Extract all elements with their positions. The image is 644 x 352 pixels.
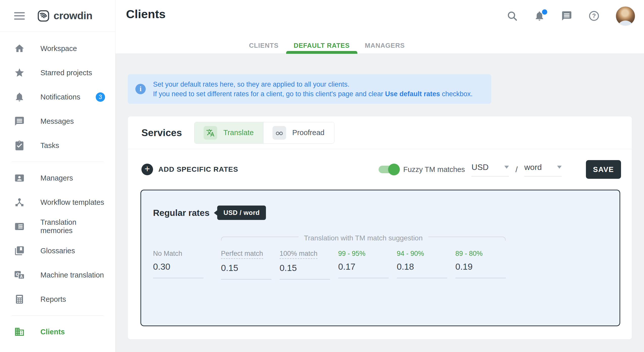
tab-clients[interactable]: CLIENTS — [241, 37, 286, 54]
translation-memory-icon — [14, 221, 25, 232]
unread-dot — [542, 9, 547, 15]
rate-input[interactable]: 0.17 — [338, 262, 389, 272]
rate-input[interactable]: 0.18 — [397, 262, 447, 272]
use-default-rates-emphasis: Use default rates — [385, 90, 440, 98]
service-option-proofread[interactable]: Proofread — [263, 122, 334, 143]
legend-bracket-left — [221, 237, 299, 241]
currency-unit-badge: USD / word — [217, 206, 266, 220]
legend-bracket-right — [428, 237, 506, 241]
sidebar-nav: Workspace Starred projects Notifications… — [0, 32, 115, 344]
notifications-count-badge: 3 — [96, 92, 105, 102]
unit-separator: / — [515, 165, 518, 174]
default-rates-card: Services Translate Proofread — [128, 116, 632, 339]
glossaries-icon — [14, 245, 25, 256]
messages-icon[interactable] — [561, 10, 573, 22]
fuzzy-tm-toggle-label: Fuzzy TM matches — [403, 165, 465, 174]
fuzzy-tm-toggle[interactable] — [379, 166, 399, 173]
brand-wordmark: crowdin — [54, 10, 92, 22]
info-banner: i Set your default rates here, so they a… — [128, 74, 491, 104]
sidebar: crowdin Workspace Starred projects Notif… — [0, 0, 115, 352]
regular-rates-header: Regular rates USD / word — [153, 206, 620, 220]
services-section: Services Translate Proofread — [128, 116, 632, 149]
rate-column-no-match: No Match 0.30 — [153, 250, 204, 280]
regular-rates-title: Regular rates — [153, 208, 210, 218]
reports-icon — [14, 294, 25, 305]
add-specific-rates-button[interactable]: ADD SPECIFIC RATES — [158, 165, 238, 173]
workflow-icon — [14, 197, 25, 208]
rate-column-94-90: 94 - 90% 0.18 — [397, 250, 447, 280]
sidebar-item-translation-memories[interactable]: Translation memories — [0, 214, 115, 239]
rates-toolbar: + ADD SPECIFIC RATES Fuzzy TM matches US… — [128, 149, 632, 190]
sidebar-item-messages[interactable]: Messages — [0, 109, 115, 133]
star-icon — [14, 67, 25, 78]
legend-label: Translation with TM match suggestion — [299, 234, 428, 242]
rate-column-perfect-match: Perfect match 0.15 — [221, 250, 271, 280]
sidebar-item-workspace[interactable]: Workspace — [0, 36, 115, 61]
hamburger-menu-icon[interactable] — [14, 12, 25, 20]
managers-icon — [14, 173, 25, 183]
sidebar-item-notifications[interactable]: Notifications 3 — [0, 85, 115, 109]
unit-value: word — [524, 163, 542, 172]
bell-icon — [14, 92, 25, 102]
main-content: i Set your default rates here, so they a… — [115, 54, 644, 352]
sidebar-divider — [12, 315, 104, 316]
tm-match-legend: Translation with TM match suggestion — [221, 235, 506, 243]
tasks-icon — [14, 140, 25, 151]
topbar-actions: ? — [506, 0, 635, 32]
svg-text:?: ? — [592, 12, 596, 19]
rate-column-100-match: 100% match 0.15 — [280, 250, 330, 280]
sidebar-item-reports[interactable]: Reports — [0, 287, 115, 311]
tab-managers[interactable]: MANAGERS — [357, 37, 412, 54]
rate-input[interactable]: 0.15 — [280, 263, 330, 273]
rate-input[interactable]: 0.15 — [221, 263, 271, 273]
svg-text:A: A — [20, 274, 23, 279]
notifications-bell-icon[interactable] — [534, 10, 545, 22]
sidebar-item-clients[interactable]: Clients — [0, 320, 115, 344]
crowdin-logo[interactable]: crowdin — [37, 9, 92, 22]
proofread-glasses-icon — [273, 126, 286, 140]
sidebar-item-glossaries[interactable]: Glossaries — [0, 239, 115, 263]
rate-input[interactable]: 0.19 — [455, 262, 506, 272]
user-avatar[interactable] — [615, 6, 635, 26]
unit-select[interactable]: word — [524, 163, 562, 177]
message-icon — [14, 116, 25, 127]
sidebar-item-managers[interactable]: Managers — [0, 166, 115, 190]
service-option-translate[interactable]: Translate — [194, 122, 263, 143]
tab-bar: CLIENTS DEFAULT RATES MANAGERS — [241, 37, 412, 54]
topbar: Clients ? CLIENTS DEFAULT RATES MANAGERS — [115, 0, 644, 54]
info-banner-text: Set your default rates here, so they are… — [153, 80, 473, 99]
help-icon[interactable]: ? — [588, 10, 600, 22]
service-switcher: Translate Proofread — [194, 122, 334, 144]
sidebar-item-workflow-templates[interactable]: Workflow templates — [0, 190, 115, 214]
tab-default-rates[interactable]: DEFAULT RATES — [286, 37, 357, 54]
chevron-down-icon — [504, 166, 509, 169]
crowdin-logo-icon — [37, 9, 50, 22]
sidebar-divider — [12, 162, 104, 162]
save-button[interactable]: SAVE — [586, 160, 621, 179]
toggle-knob — [388, 164, 400, 175]
sidebar-item-tasks[interactable]: Tasks — [0, 133, 115, 158]
page-title: Clients — [126, 7, 166, 21]
sidebar-item-machine-translation[interactable]: G A Machine translation — [0, 263, 115, 287]
rate-input[interactable]: 0.30 — [153, 262, 204, 272]
machine-translation-icon: G A — [14, 270, 25, 280]
currency-value: USD — [472, 163, 489, 172]
currency-select[interactable]: USD — [472, 163, 509, 177]
translate-icon — [204, 126, 217, 140]
rate-column-99-95: 99 - 95% 0.17 — [338, 250, 389, 280]
clients-icon — [14, 326, 25, 337]
regular-rates-panel: Regular rates USD / word Translation wit… — [140, 190, 620, 326]
add-specific-rates-plus-icon[interactable]: + — [141, 164, 153, 175]
search-icon[interactable] — [506, 10, 518, 22]
sidebar-item-starred-projects[interactable]: Starred projects — [0, 61, 115, 85]
chevron-down-icon — [557, 166, 562, 169]
sidebar-header: crowdin — [0, 0, 115, 32]
rates-grid: No Match 0.30 Perfect match 0.15 100% ma… — [153, 250, 620, 280]
services-title: Services — [141, 127, 182, 138]
info-icon: i — [135, 84, 146, 94]
home-icon — [14, 43, 25, 54]
rate-column-89-80: 89 - 80% 0.19 — [455, 250, 506, 280]
